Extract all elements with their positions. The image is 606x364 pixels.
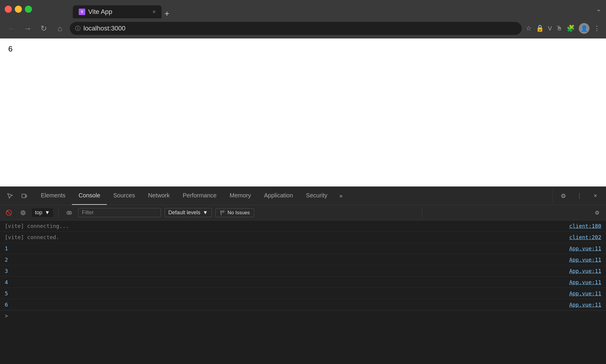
profile-avatar[interactable]: 👤 bbox=[579, 23, 589, 34]
extensions-icon[interactable]: 🧩 bbox=[567, 25, 575, 32]
devtools-tabs: Elements Console Sources Network Perform… bbox=[34, 187, 552, 205]
tab-close-button[interactable]: × bbox=[152, 9, 156, 15]
console-number: 4 bbox=[5, 279, 17, 285]
console-row: [vite] connecting... client:180 bbox=[0, 220, 606, 232]
issues-icon: 🏴 bbox=[220, 210, 226, 215]
page-content: 6 bbox=[0, 38, 606, 186]
console-source-link[interactable]: App.vue:11 bbox=[569, 302, 601, 308]
console-row: 1 App.vue:11 bbox=[0, 243, 606, 254]
console-source-link[interactable]: client:202 bbox=[569, 234, 601, 240]
new-tab-button[interactable]: + bbox=[165, 9, 169, 18]
tab-network[interactable]: Network bbox=[141, 187, 176, 205]
devtools-panel: Elements Console Sources Network Perform… bbox=[0, 186, 606, 364]
devtools-settings-button[interactable]: ⚙ bbox=[556, 189, 570, 203]
svg-point-4 bbox=[67, 211, 72, 215]
console-number: 1 bbox=[5, 245, 17, 252]
console-message: [vite] connected. bbox=[5, 234, 569, 240]
svg-point-2 bbox=[21, 211, 25, 215]
toolbar-divider bbox=[58, 208, 59, 218]
console-filter-input[interactable] bbox=[78, 208, 161, 217]
console-number: 5 bbox=[5, 290, 17, 297]
console-row: 6 App.vue:11 bbox=[0, 299, 606, 310]
back-button[interactable]: ← bbox=[6, 22, 18, 34]
extension-lock-icon[interactable]: 🔒 bbox=[536, 25, 544, 32]
browser-toolbar-icons: ☆ 🔒 V 🖱 🧩 👤 ⋮ bbox=[526, 23, 600, 34]
console-number: 3 bbox=[5, 268, 17, 274]
devtools-right-icons: ⚙ ⋮ × bbox=[552, 189, 606, 203]
console-source-link[interactable]: App.vue:11 bbox=[569, 257, 601, 263]
url-display: localhost:3000 bbox=[83, 25, 125, 32]
console-number: 2 bbox=[5, 257, 17, 263]
traffic-lights bbox=[5, 6, 32, 13]
svg-point-5 bbox=[68, 212, 70, 214]
traffic-light-close[interactable] bbox=[5, 6, 12, 13]
device-toolbar-button[interactable] bbox=[17, 189, 31, 203]
issues-badge: 🏴 No Issues bbox=[215, 208, 254, 217]
console-clear-button[interactable]: 🚫 bbox=[4, 207, 14, 218]
console-source-link[interactable]: App.vue:11 bbox=[569, 268, 601, 274]
title-bar: V Vite App × + ⌄ bbox=[0, 0, 606, 18]
devtools-toolbar: Elements Console Sources Network Perform… bbox=[0, 187, 606, 205]
security-info-icon: ⓘ bbox=[75, 25, 80, 32]
tab-memory[interactable]: Memory bbox=[223, 187, 257, 205]
console-source-link[interactable]: App.vue:11 bbox=[569, 279, 601, 285]
address-bar[interactable]: ⓘ localhost:3000 bbox=[70, 22, 522, 35]
forward-button[interactable]: → bbox=[22, 22, 34, 34]
console-prompt-row: > bbox=[0, 310, 606, 322]
element-picker-button[interactable] bbox=[3, 189, 17, 203]
tab-performance[interactable]: Performance bbox=[176, 187, 223, 205]
traffic-light-minimize[interactable] bbox=[15, 6, 22, 13]
console-toolbar: 🚫 top ▼ Default levels ▼ 🏴 No Issues bbox=[0, 205, 606, 220]
levels-dropdown-icon: ▼ bbox=[203, 210, 208, 216]
tab-console[interactable]: Console bbox=[72, 187, 107, 205]
console-output: [vite] connecting... client:180 [vite] c… bbox=[0, 220, 606, 310]
devtools-close-button[interactable]: × bbox=[588, 189, 602, 203]
console-eye-button[interactable] bbox=[64, 207, 75, 218]
prompt-arrow-icon: > bbox=[5, 313, 8, 319]
log-levels-button[interactable]: Default levels ▼ bbox=[165, 208, 212, 217]
console-row: 4 App.vue:11 bbox=[0, 277, 606, 288]
context-dropdown-icon: ▼ bbox=[45, 210, 50, 216]
context-selector[interactable]: top ▼ bbox=[32, 208, 53, 217]
console-source-link[interactable]: App.vue:11 bbox=[569, 245, 601, 252]
tab-favicon: V bbox=[79, 9, 85, 15]
console-source-link[interactable]: client:180 bbox=[569, 223, 601, 229]
tab-application[interactable]: Application bbox=[257, 187, 299, 205]
home-button[interactable]: ⌂ bbox=[54, 22, 66, 34]
console-row: 3 App.vue:11 bbox=[0, 265, 606, 277]
svg-point-3 bbox=[22, 212, 24, 214]
tab-bar: V Vite App × + bbox=[37, 0, 593, 18]
svg-rect-0 bbox=[22, 194, 25, 198]
toolbar-divider-2 bbox=[422, 208, 422, 218]
page-number-display: 6 bbox=[8, 44, 12, 54]
svg-rect-1 bbox=[25, 195, 27, 197]
chrome-menu-button[interactable]: ⋮ bbox=[594, 25, 600, 32]
console-source-link[interactable]: App.vue:11 bbox=[569, 290, 601, 297]
tab-sources[interactable]: Sources bbox=[107, 187, 141, 205]
reload-button[interactable]: ↻ bbox=[38, 22, 50, 34]
console-settings-button[interactable]: ⚙ bbox=[592, 207, 602, 218]
browser-tab[interactable]: V Vite App × bbox=[73, 5, 162, 18]
tab-elements[interactable]: Elements bbox=[34, 187, 72, 205]
console-row: 5 App.vue:11 bbox=[0, 288, 606, 299]
devtools-more-button[interactable]: ⋮ bbox=[572, 189, 586, 203]
tab-title: Vite App bbox=[88, 8, 149, 16]
cursor-extension-icon[interactable]: 🖱 bbox=[556, 25, 563, 32]
address-bar-row: ← → ↻ ⌂ ⓘ localhost:3000 ☆ 🔒 V 🖱 🧩 👤 ⋮ bbox=[0, 18, 606, 38]
more-tabs-button[interactable]: » bbox=[334, 189, 348, 203]
bookmark-icon[interactable]: ☆ bbox=[526, 25, 532, 32]
tab-security[interactable]: Security bbox=[299, 187, 334, 205]
chrome-menu-icon[interactable]: ⌄ bbox=[596, 5, 601, 13]
console-row: [vite] connected. client:202 bbox=[0, 232, 606, 243]
devtools-left-icons bbox=[0, 189, 34, 203]
console-number: 6 bbox=[5, 302, 17, 308]
console-row: 2 App.vue:11 bbox=[0, 254, 606, 265]
vuejs-devtools-icon[interactable]: V bbox=[548, 25, 552, 32]
console-message: [vite] connecting... bbox=[5, 223, 569, 229]
traffic-light-fullscreen[interactable] bbox=[25, 6, 32, 13]
console-prompt-input[interactable] bbox=[10, 313, 601, 319]
console-filter-button[interactable] bbox=[18, 207, 28, 218]
